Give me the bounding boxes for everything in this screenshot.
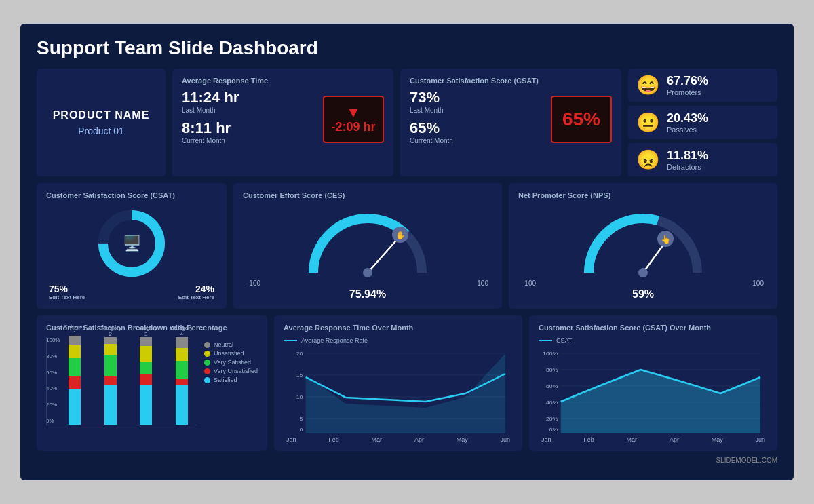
bar-xlabel-3: Category 3 — [134, 325, 158, 337]
csat-x-labels: Jan Feb Mar Apr May Jun — [539, 436, 768, 443]
bar-seg-vunsat-2 — [104, 376, 117, 385]
nps-card: Net Promoter Score (NPS) 👆 -100 100 59% — [509, 183, 777, 309]
ces-max: 100 — [477, 279, 488, 287]
legend-dot-very-satisfied — [204, 360, 210, 366]
promoters-item: 😄 67.76% Promoters — [628, 69, 777, 102]
legend-very-satisfied: Very Satisfied — [204, 359, 258, 366]
csat-last-month-label: Last Month — [410, 106, 543, 114]
svg-point-8 — [638, 268, 648, 277]
csat-top-card: Customer Satisfaction Score (CSAT) 73% L… — [400, 69, 621, 176]
rt-badge-arrow-icon: ▼ — [346, 105, 361, 120]
legend-unsatisfied: Unsatisfied — [204, 350, 258, 357]
csat-pct-right: 24% — [178, 284, 214, 294]
nps-title: Net Promoter Score (NPS) — [518, 191, 768, 199]
bar-group-3: Category 3 — [134, 323, 158, 425]
avg-x-may: May — [457, 436, 468, 443]
bar-chart-content: 0% 20% 40% 60% 80% 100% — [46, 337, 258, 425]
promoters-val: 67.76% — [667, 74, 708, 88]
bar-legend: Neutral Unsatisfied Very Satisfied Very … — [204, 341, 258, 425]
svg-text:✋: ✋ — [395, 230, 406, 240]
rt-current-month-val: 8:11 hr — [182, 119, 315, 137]
svg-text:10: 10 — [296, 393, 303, 400]
avg-response-chart-card: Average Response Time Over Month Average… — [274, 315, 522, 451]
bar-group-4: Category 4 — [170, 323, 194, 425]
nps-min: -100 — [522, 279, 536, 287]
csat-current-month-val: 65% — [410, 119, 543, 137]
svg-text:5: 5 — [299, 415, 303, 422]
avg-x-labels: Jan Feb Mar Apr May Jun — [284, 436, 513, 443]
bar-xlabel-2: Category 2 — [99, 325, 123, 337]
slide-title: Support Team Slide Dashboard — [37, 37, 777, 59]
legend-dot-very-unsatisfied — [204, 368, 210, 374]
ces-min: -100 — [247, 279, 260, 287]
bar-seg-satisfied-3 — [140, 385, 152, 425]
csat-month-legend: CSAT — [539, 337, 768, 344]
rt-badge-val: -2:09 hr — [331, 120, 375, 134]
csat-last-month-val: 73% — [410, 89, 543, 106]
nps-max: 100 — [752, 279, 764, 287]
ces-card: Customer Effort Score (CES) ✋ -100 1 — [233, 183, 502, 309]
bar-seg-satisfied-1 — [69, 389, 81, 425]
csat-pct-left: 75% — [49, 284, 85, 294]
csat-pct-left-label: Edit Text Here — [49, 294, 85, 301]
csat-badge: 65% — [551, 96, 612, 143]
avg-response-legend-text: Average Response Rate — [301, 337, 368, 344]
csat-badge-val: 65% — [562, 109, 600, 130]
detractors-label: Detractors — [667, 163, 708, 171]
avg-response-chart-title: Average Response Time Over Month — [284, 324, 513, 332]
product-card: PRODUCT NAME Product 01 — [37, 69, 166, 176]
bar-seg-unsat-2 — [104, 344, 117, 355]
nps-gauge-labels: -100 100 — [518, 279, 768, 287]
passives-val: 20.43% — [667, 111, 708, 125]
bar-seg-unsat-3 — [140, 346, 152, 362]
nps-gauge-svg: 👆 — [575, 205, 711, 279]
bar-seg-neutral-2 — [104, 337, 117, 344]
csat-month-legend-text: CSAT — [556, 337, 572, 344]
ces-score: 75.94% — [243, 288, 492, 301]
rt-badge: ▼ -2:09 hr — [323, 96, 384, 143]
rt-last-month-label: Last Month — [182, 106, 315, 114]
legend-very-unsatisfied: Very Unsatisfied — [204, 368, 258, 374]
svg-text:0%: 0% — [549, 426, 558, 433]
avg-x-apr: Apr — [414, 436, 424, 443]
bar-seg-neutral-1 — [69, 336, 81, 345]
ces-gauge-labels: -100 100 — [243, 279, 492, 287]
csat-x-mar: Mar — [627, 436, 638, 443]
bar-chart-area: Category 1 Category 2 — [46, 337, 197, 425]
nps-score: 59% — [518, 288, 768, 301]
legend-satisfied: Satisfied — [204, 376, 258, 383]
bar-seg-vsat-2 — [104, 355, 117, 376]
bar-seg-unsat-1 — [69, 345, 81, 358]
avg-area-fill — [306, 353, 505, 433]
rt-last-month-val: 11:24 hr — [182, 89, 315, 106]
rt-current-month-label: Current Month — [182, 137, 315, 144]
avg-x-jun: Jun — [500, 436, 510, 443]
passives-emoji: 😐 — [636, 111, 660, 134]
bottom-row: Customer Satisfaction Breakdown with Per… — [37, 315, 777, 451]
bar-seg-vunsat-3 — [140, 374, 152, 385]
passives-item: 😐 20.43% Passives — [628, 106, 777, 139]
avg-response-title: Average Response Time — [182, 77, 384, 85]
bar-xlabel-1: Category 1 — [63, 324, 87, 336]
csat-gauge-card: Customer Satisfaction Score (CSAT) 🖥️ 75… — [37, 183, 227, 309]
bar-seg-vsat-3 — [140, 362, 152, 374]
csat-month-svg: 100% 80% 60% 40% 20% 0% — [539, 347, 768, 435]
ces-title: Customer Effort Score (CES) — [243, 191, 492, 199]
svg-text:15: 15 — [296, 372, 303, 379]
csat-month-chart-area: 100% 80% 60% 40% 20% 0% — [539, 347, 768, 435]
svg-text:0: 0 — [299, 426, 303, 433]
legend-label-neutral: Neutral — [214, 341, 233, 348]
avg-response-legend: Average Response Rate — [284, 337, 513, 344]
svg-text:20%: 20% — [546, 415, 558, 422]
bar-chart-plot: 0% 20% 40% 60% 80% 100% — [46, 337, 197, 425]
legend-label-satisfied: Satisfied — [214, 376, 237, 383]
csat-x-may: May — [712, 436, 723, 443]
passives-label: Passives — [667, 125, 708, 134]
legend-label-very-unsatisfied: Very Unsatisfied — [214, 368, 258, 374]
csat-x-apr: Apr — [670, 436, 679, 443]
csat-x-jun: Jun — [755, 436, 765, 443]
svg-text:40%: 40% — [546, 399, 558, 406]
avg-response-svg: 20 15 10 5 0 — [284, 347, 513, 435]
svg-text:60%: 60% — [546, 383, 558, 389]
avg-response-chart-area: 20 15 10 5 0 — [284, 347, 513, 435]
